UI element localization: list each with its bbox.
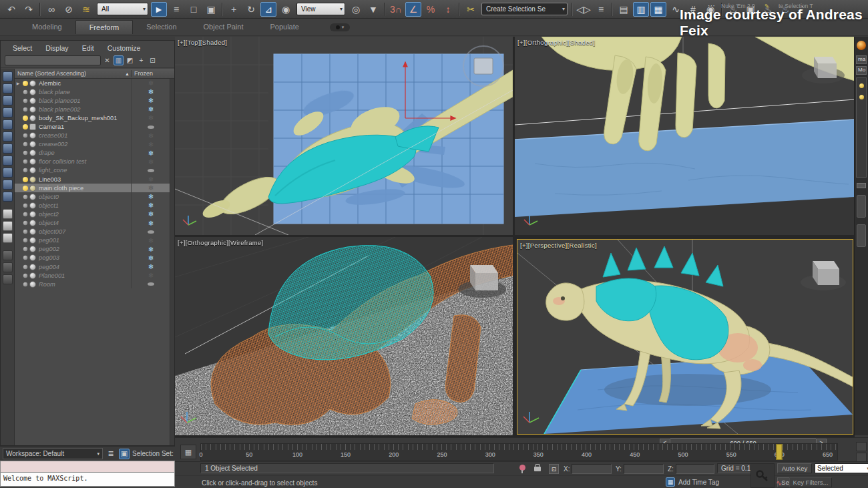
- visibility-bulb-icon[interactable]: [23, 256, 27, 260]
- object-row-line003[interactable]: Line003❄: [15, 175, 170, 184]
- frozen-cell[interactable]: ❄: [131, 175, 170, 184]
- explorer-scrollbar[interactable]: [170, 79, 174, 445]
- key-mode-dropdown[interactable]: Selected ▾: [815, 463, 868, 473]
- container-tool-icon[interactable]: [3, 192, 13, 202]
- frozen-cell[interactable]: ❄: [131, 262, 170, 271]
- modifier-bulb-icon[interactable]: [859, 83, 864, 88]
- visibility-bulb-icon[interactable]: [23, 142, 27, 146]
- object-row-peg002[interactable]: peg002❄: [15, 245, 170, 254]
- snap-toggle-icon[interactable]: 3∩: [388, 2, 404, 17]
- ribbon-tab-populate[interactable]: Populate: [256, 20, 312, 34]
- object-name[interactable]: light_cone: [39, 167, 131, 174]
- object-name[interactable]: Plane001: [39, 272, 131, 279]
- select-region-icon[interactable]: ⊡: [148, 55, 158, 65]
- frozen-cell[interactable]: ❄: [131, 158, 170, 166]
- hierarchy-tool-icon[interactable]: [3, 83, 13, 93]
- frozen-cell[interactable]: ❄: [131, 87, 170, 96]
- object-row-black-plane[interactable]: black plane❄: [15, 87, 170, 96]
- align-icon[interactable]: ≡: [593, 2, 609, 17]
- object-name[interactable]: drape: [39, 150, 131, 156]
- track-bar[interactable]: 050100150200250300350400450500550600650: [200, 443, 838, 461]
- maxscript-listener-pane[interactable]: Welcome to MAXScript.: [0, 473, 175, 487]
- visibility-bulb-icon[interactable]: [23, 81, 28, 86]
- shape-tool-icon[interactable]: [3, 156, 13, 166]
- object-row-peg004[interactable]: peg004❄: [15, 262, 170, 271]
- unlink-icon[interactable]: ⊘: [61, 2, 77, 17]
- page-view-icon[interactable]: [3, 221, 13, 231]
- visibility-bulb-icon[interactable]: [23, 107, 27, 111]
- column-name[interactable]: Name (Sorted Ascending): [15, 70, 125, 77]
- mini-curve-editor-toggle[interactable]: ▦: [180, 445, 196, 459]
- frozen-cell[interactable]: ❄: [131, 79, 170, 87]
- object-name[interactable]: peg001: [39, 237, 131, 244]
- ribbon-toggle-icon[interactable]: ▦: [650, 2, 666, 17]
- layer-tool-icon[interactable]: [3, 95, 13, 105]
- y-field[interactable]: [624, 464, 664, 474]
- object-row-plane001[interactable]: Plane001❄: [15, 271, 170, 280]
- selection-set-icon[interactable]: ▣: [119, 449, 130, 459]
- object-name-field[interactable]: ma: [856, 55, 867, 64]
- frozen-cell[interactable]: [131, 228, 170, 236]
- object-row-room[interactable]: Room: [15, 280, 170, 288]
- list-header[interactable]: Name (Sorted Ascending) ▲ Frozen: [15, 69, 174, 79]
- material-tool-icon[interactable]: [3, 107, 13, 117]
- object-row-floor-collision-test[interactable]: floor collision test❄: [15, 158, 170, 166]
- frozen-cell[interactable]: ❄: [131, 201, 170, 210]
- camera-tool-icon[interactable]: [3, 132, 13, 142]
- object-row-camera1[interactable]: Camera1: [15, 122, 170, 131]
- object-name[interactable]: Room: [39, 281, 131, 288]
- visibility-bulb-icon[interactable]: [23, 247, 27, 251]
- viewport-ortho-wireframe[interactable]: [+][Orthographic][Wireframe]: [175, 237, 513, 435]
- ribbon-tab-modeling[interactable]: Modeling: [19, 20, 75, 34]
- ribbon-tab-object-paint[interactable]: Object Paint: [190, 20, 257, 34]
- object-name[interactable]: object0: [39, 194, 131, 200]
- playhead[interactable]: [777, 444, 783, 460]
- lock-cell-icon[interactable]: ◩: [125, 55, 135, 65]
- auto-key-button[interactable]: Auto Key: [777, 463, 812, 473]
- object-row-crease001[interactable]: crease001❄: [15, 132, 170, 140]
- selection-filter-dropdown[interactable]: All▾: [97, 3, 148, 15]
- clear-search-icon[interactable]: ✕: [102, 55, 112, 65]
- object-row-crease002[interactable]: crease002❄: [15, 140, 170, 149]
- list-view-icon[interactable]: [3, 209, 13, 219]
- visibility-bulb-icon[interactable]: [23, 212, 27, 216]
- frozen-cell[interactable]: ❄: [131, 140, 170, 149]
- object-name[interactable]: object1: [39, 202, 131, 209]
- visibility-bulb-icon[interactable]: [23, 124, 28, 130]
- visibility-bulb-icon[interactable]: [23, 186, 28, 191]
- absolute-mode-icon[interactable]: ⊡: [549, 464, 559, 474]
- object-name[interactable]: Alembic: [39, 80, 131, 87]
- bone-tool-icon[interactable]: [3, 180, 13, 190]
- column-view-icon[interactable]: [3, 233, 13, 243]
- spinner-snap-icon[interactable]: ↕: [440, 2, 456, 17]
- use-pivot-icon[interactable]: ◎: [348, 2, 364, 17]
- viewport-perspective-label[interactable]: [+][Perspective][Realistic]: [520, 242, 597, 249]
- select-place-icon[interactable]: ◉: [278, 2, 294, 17]
- viewport-top-label[interactable]: [+][Top][Shaded]: [178, 39, 227, 46]
- object-name[interactable]: object2: [39, 211, 131, 218]
- object-name[interactable]: peg003: [39, 254, 131, 261]
- window-crossing-icon[interactable]: ▣: [203, 2, 219, 17]
- frozen-cell[interactable]: ❄: [131, 210, 170, 218]
- visibility-bulb-icon[interactable]: [23, 89, 27, 93]
- modifier-bulb-icon[interactable]: [859, 95, 864, 99]
- visibility-bulb-icon[interactable]: [23, 115, 28, 121]
- ref-coord-dropdown[interactable]: View▾: [296, 3, 345, 15]
- visibility-bulb-icon[interactable]: [23, 282, 27, 286]
- key-curve-icon[interactable]: ∿: [776, 479, 782, 487]
- object-name[interactable]: Camera1: [39, 124, 131, 130]
- create-panel-icon[interactable]: [857, 41, 866, 50]
- explorer-menu-select[interactable]: Select: [7, 43, 37, 53]
- layer-manager-icon[interactable]: ▥: [633, 2, 649, 17]
- frozen-cell[interactable]: ❄: [131, 192, 170, 201]
- ribbon-tab-selection[interactable]: Selection: [133, 20, 190, 34]
- visibility-bulb-icon[interactable]: [23, 273, 27, 277]
- scene-explorer-toggle-icon[interactable]: ▤: [616, 2, 632, 17]
- add-time-tag-icon[interactable]: ▦: [666, 477, 675, 487]
- named-selection-dropdown[interactable]: Create Selection Se▾: [481, 3, 568, 15]
- object-row-object007[interactable]: object007: [15, 228, 170, 236]
- viewport-top[interactable]: [+][Top][Shaded]: [175, 37, 513, 235]
- search-input[interactable]: [5, 55, 101, 65]
- edit-named-selections-icon[interactable]: ✂: [463, 2, 479, 17]
- bind-spacewarp-icon[interactable]: ≋: [78, 2, 94, 17]
